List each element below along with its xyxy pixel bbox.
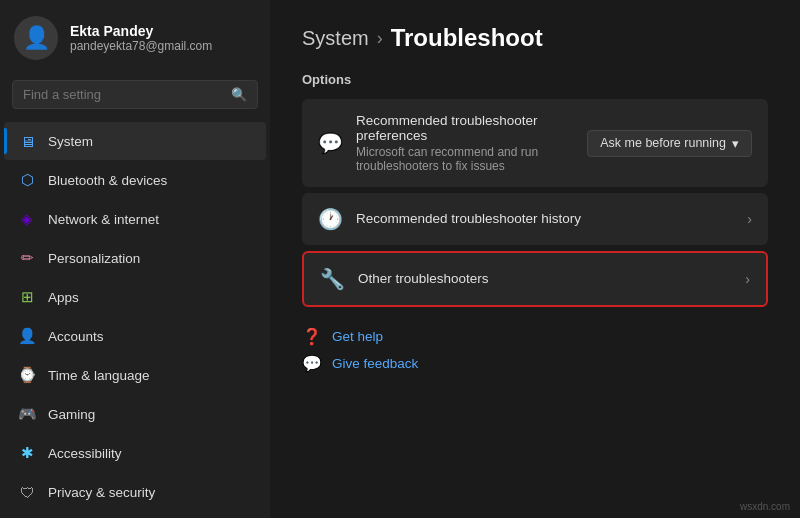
sidebar-label-time: Time & language xyxy=(48,368,150,383)
time-icon: ⌚ xyxy=(18,366,36,384)
user-name: Ekta Pandey xyxy=(70,23,212,39)
apps-icon: ⊞ xyxy=(18,288,36,306)
option-title-recommended-history: Recommended troubleshooter history xyxy=(356,211,733,226)
sidebar-item-time[interactable]: ⌚ Time & language xyxy=(4,356,266,394)
sidebar-label-accounts: Accounts xyxy=(48,329,104,344)
search-box[interactable]: 🔍 xyxy=(12,80,258,109)
breadcrumb-separator: › xyxy=(377,28,383,49)
sidebar-item-network[interactable]: ◈ Network & internet xyxy=(4,200,266,238)
avatar: 👤 xyxy=(14,16,58,60)
sidebar-item-update[interactable]: ↻ Windows Update xyxy=(4,512,266,518)
option-title-other-troubleshooters: Other troubleshooters xyxy=(358,271,731,286)
link-get-help[interactable]: ❓ Get help xyxy=(302,327,383,346)
search-input[interactable] xyxy=(23,87,223,102)
sidebar: 👤 Ekta Pandey pandeyekta78@gmail.com 🔍 🖥… xyxy=(0,0,270,518)
chevron-down-icon: ▾ xyxy=(732,136,739,151)
link-icon-give-feedback: 💬 xyxy=(302,354,322,373)
sidebar-label-bluetooth: Bluetooth & devices xyxy=(48,173,167,188)
link-icon-get-help: ❓ xyxy=(302,327,322,346)
option-icon-other-troubleshooters: 🔧 xyxy=(320,267,344,291)
section-label: Options xyxy=(302,72,768,87)
sidebar-item-accessibility[interactable]: ✱ Accessibility xyxy=(4,434,266,472)
accessibility-icon: ✱ xyxy=(18,444,36,462)
sidebar-label-apps: Apps xyxy=(48,290,79,305)
sidebar-label-personalization: Personalization xyxy=(48,251,140,266)
user-info: Ekta Pandey pandeyekta78@gmail.com xyxy=(70,23,212,53)
breadcrumb-current: Troubleshoot xyxy=(391,24,543,52)
option-icon-recommended-prefs: 💬 xyxy=(318,131,342,155)
option-desc-recommended-prefs: Microsoft can recommend and run troubles… xyxy=(356,145,573,173)
user-icon: 👤 xyxy=(23,25,50,51)
sidebar-item-system[interactable]: 🖥 System xyxy=(4,122,266,160)
sidebar-item-privacy[interactable]: 🛡 Privacy & security xyxy=(4,473,266,511)
link-label-give-feedback: Give feedback xyxy=(332,356,418,371)
link-label-get-help: Get help xyxy=(332,329,383,344)
privacy-icon: 🛡 xyxy=(18,483,36,501)
option-card-recommended-prefs[interactable]: 💬 Recommended troubleshooter preferences… xyxy=(302,99,768,187)
gaming-icon: 🎮 xyxy=(18,405,36,423)
sidebar-item-accounts[interactable]: 👤 Accounts xyxy=(4,317,266,355)
sidebar-label-gaming: Gaming xyxy=(48,407,95,422)
nav-list: 🖥 System ⬡ Bluetooth & devices ◈ Network… xyxy=(0,121,270,518)
option-title-recommended-prefs: Recommended troubleshooter preferences xyxy=(356,113,573,143)
network-icon: ◈ xyxy=(18,210,36,228)
link-give-feedback[interactable]: 💬 Give feedback xyxy=(302,354,418,373)
option-text-recommended-history: Recommended troubleshooter history xyxy=(356,211,733,228)
main-content: System › Troubleshoot Options 💬 Recommen… xyxy=(270,0,800,518)
option-icon-recommended-history: 🕐 xyxy=(318,207,342,231)
option-action-recommended-history: › xyxy=(747,211,752,227)
personalization-icon: ✏ xyxy=(18,249,36,267)
sidebar-item-apps[interactable]: ⊞ Apps xyxy=(4,278,266,316)
sidebar-label-accessibility: Accessibility xyxy=(48,446,122,461)
watermark: wsxdn.com xyxy=(740,501,790,512)
bluetooth-icon: ⬡ xyxy=(18,171,36,189)
sidebar-label-privacy: Privacy & security xyxy=(48,485,155,500)
sidebar-item-personalization[interactable]: ✏ Personalization xyxy=(4,239,266,277)
chevron-right-icon: › xyxy=(745,271,750,287)
user-email: pandeyekta78@gmail.com xyxy=(70,39,212,53)
option-text-recommended-prefs: Recommended troubleshooter preferences M… xyxy=(356,113,573,173)
user-profile: 👤 Ekta Pandey pandeyekta78@gmail.com xyxy=(0,0,270,76)
option-card-recommended-history[interactable]: 🕐 Recommended troubleshooter history › xyxy=(302,193,768,245)
sidebar-item-bluetooth[interactable]: ⬡ Bluetooth & devices xyxy=(4,161,266,199)
links-section: ❓ Get help 💬 Give feedback xyxy=(302,327,768,373)
sidebar-item-gaming[interactable]: 🎮 Gaming xyxy=(4,395,266,433)
sidebar-label-network: Network & internet xyxy=(48,212,159,227)
search-icon: 🔍 xyxy=(231,87,247,102)
breadcrumb: System › Troubleshoot xyxy=(302,24,768,52)
option-action-recommended-prefs: Ask me before running ▾ xyxy=(587,130,752,157)
option-card-other-troubleshooters[interactable]: 🔧 Other troubleshooters › xyxy=(302,251,768,307)
option-text-other-troubleshooters: Other troubleshooters xyxy=(358,271,731,288)
option-action-other-troubleshooters: › xyxy=(745,271,750,287)
sidebar-label-system: System xyxy=(48,134,93,149)
options-list: 💬 Recommended troubleshooter preferences… xyxy=(302,99,768,307)
system-icon: 🖥 xyxy=(18,132,36,150)
chevron-right-icon: › xyxy=(747,211,752,227)
breadcrumb-parent: System xyxy=(302,27,369,50)
accounts-icon: 👤 xyxy=(18,327,36,345)
dropdown-btn-recommended-prefs[interactable]: Ask me before running ▾ xyxy=(587,130,752,157)
